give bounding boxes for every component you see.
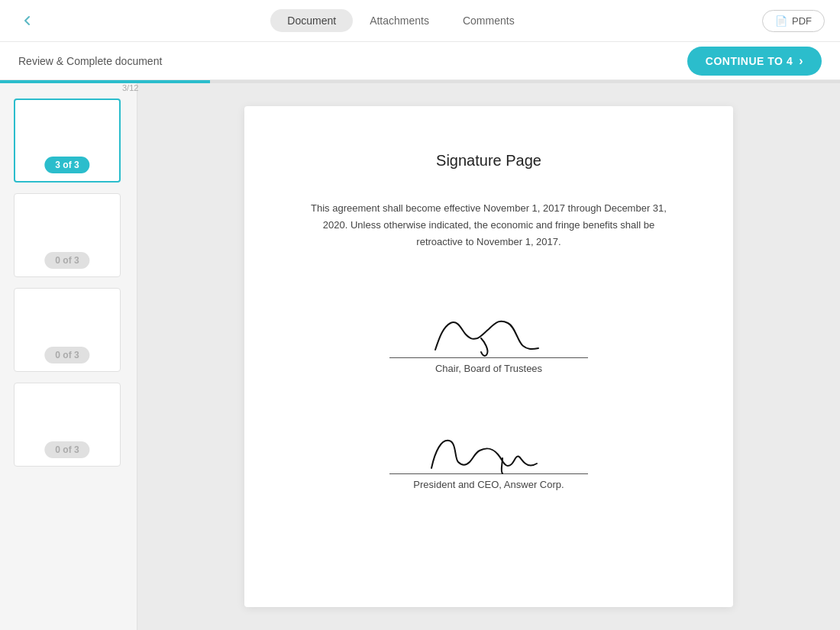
- signature-image-1: [305, 296, 672, 357]
- signature-block-1: Chair, Board of Trustees: [305, 296, 672, 374]
- page-badge-1: 3 of 3: [44, 157, 89, 173]
- sidebar: 3 of 3 0 of 3 0 of 3 0 of 3: [0, 83, 137, 630]
- sidebar-page-4[interactable]: 0 of 3: [14, 383, 121, 467]
- signature-line-1: [389, 357, 588, 358]
- back-button[interactable]: [15, 8, 40, 33]
- signature-line-2: [389, 473, 588, 474]
- top-navigation: Document Attachments Comments 📄 PDF: [0, 0, 840, 42]
- signature-role-2: President and CEO, Answer Corp.: [305, 479, 672, 490]
- sidebar-page-2[interactable]: 0 of 3: [14, 193, 121, 277]
- nav-tabs: Document Attachments Comments: [270, 9, 531, 32]
- sidebar-page-3[interactable]: 0 of 3: [14, 288, 121, 372]
- progress-bar-container: 3/12: [0, 80, 840, 83]
- continue-label: CONTINUE TO 4: [706, 55, 793, 67]
- pdf-button[interactable]: 📄 PDF: [762, 10, 825, 32]
- tab-document[interactable]: Document: [270, 9, 353, 32]
- signature-svg-2: [389, 416, 588, 473]
- continue-arrow: ›: [799, 54, 803, 68]
- document-page: Signature Page This agreement shall beco…: [244, 106, 733, 607]
- tab-attachments[interactable]: Attachments: [353, 9, 446, 32]
- signature-block-2: President and CEO, Answer Corp.: [305, 412, 672, 490]
- signature-image-2: [305, 412, 672, 473]
- progress-bar-fill: [0, 80, 210, 83]
- nav-right: 📄 PDF: [762, 10, 825, 32]
- signature-role-1: Chair, Board of Trustees: [305, 363, 672, 374]
- tab-comments[interactable]: Comments: [446, 9, 531, 32]
- sub-header: Review & Complete document CONTINUE TO 4…: [0, 42, 840, 80]
- sidebar-page-1[interactable]: 3 of 3: [14, 99, 121, 183]
- nav-left: [15, 8, 40, 33]
- continue-button[interactable]: CONTINUE TO 4 ›: [687, 47, 822, 76]
- pdf-icon: 📄: [775, 15, 787, 27]
- sub-header-title: Review & Complete document: [18, 55, 162, 67]
- document-area: Signature Page This agreement shall beco…: [137, 83, 840, 630]
- document-body: This agreement shall become effective No…: [305, 200, 672, 250]
- signature-svg-1: [389, 300, 588, 357]
- page-badge-3: 0 of 3: [44, 347, 89, 363]
- main-layout: 3 of 3 0 of 3 0 of 3 0 of 3 Signature Pa…: [0, 83, 840, 630]
- page-badge-4: 0 of 3: [44, 441, 89, 458]
- page-badge-2: 0 of 3: [44, 252, 89, 269]
- pdf-label: PDF: [792, 15, 812, 27]
- document-title: Signature Page: [305, 152, 672, 170]
- progress-label: 3/12: [122, 83, 138, 92]
